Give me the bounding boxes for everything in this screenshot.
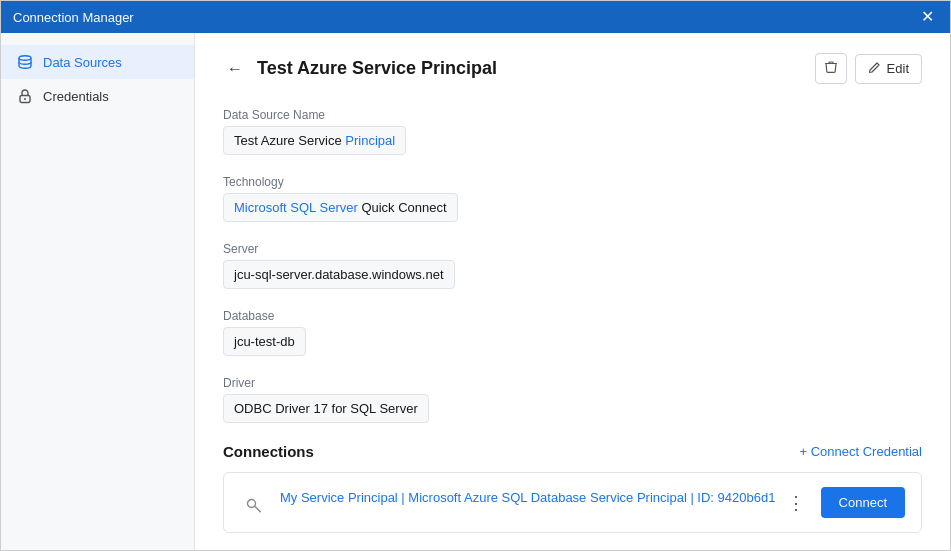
highlight-technology: Microsoft SQL Server <box>234 200 358 215</box>
field-label-technology: Technology <box>223 175 922 189</box>
connections-header: Connections + Connect Credential <box>223 443 922 460</box>
sidebar-data-sources-label: Data Sources <box>43 55 122 70</box>
edit-button[interactable]: Edit <box>855 54 922 84</box>
connections-title: Connections <box>223 443 314 460</box>
field-label-driver: Driver <box>223 376 922 390</box>
field-driver: Driver ODBC Driver 17 for SQL Server <box>223 376 922 423</box>
field-value-server: jcu-sql-server.database.windows.net <box>223 260 455 289</box>
database-icon <box>17 54 33 70</box>
edit-label: Edit <box>887 61 909 76</box>
main-header: ← Test Azure Service Principal <box>223 53 922 84</box>
connection-right: ⋮ Connect <box>781 487 905 518</box>
field-data-source-name: Data Source Name Test Azure Service Prin… <box>223 108 922 155</box>
key-icon <box>240 490 268 518</box>
close-button[interactable]: ✕ <box>917 7 938 27</box>
field-label-server: Server <box>223 242 922 256</box>
sidebar-credentials-label: Credentials <box>43 89 109 104</box>
connection-manager-window: Connection Manager ✕ Data Sources <box>0 0 951 551</box>
field-value-database: jcu-test-db <box>223 327 306 356</box>
field-value-datasource: Test Azure Service Principal <box>223 126 406 155</box>
field-technology: Technology Microsoft SQL Server Quick Co… <box>223 175 922 222</box>
field-server: Server jcu-sql-server.database.windows.n… <box>223 242 922 289</box>
delete-button[interactable] <box>815 53 847 84</box>
connect-button[interactable]: Connect <box>821 487 905 518</box>
connection-card: My Service Principal | Microsoft Azure S… <box>223 472 922 533</box>
window-title: Connection Manager <box>13 10 134 25</box>
field-value-driver: ODBC Driver 17 for SQL Server <box>223 394 429 423</box>
sidebar: Data Sources Credentials <box>1 33 195 550</box>
field-value-technology: Microsoft SQL Server Quick Connect <box>223 193 458 222</box>
sidebar-item-credentials[interactable]: Credentials <box>1 79 194 113</box>
connection-name: My Service Principal | Microsoft Azure S… <box>280 488 775 508</box>
sidebar-item-data-sources[interactable]: Data Sources <box>1 45 194 79</box>
main-content: ← Test Azure Service Principal <box>195 33 950 550</box>
connect-credential-button[interactable]: + Connect Credential <box>800 444 923 459</box>
title-row: ← Test Azure Service Principal <box>223 58 497 79</box>
pencil-icon <box>868 61 881 77</box>
field-database: Database jcu-test-db <box>223 309 922 356</box>
back-button[interactable]: ← <box>223 60 247 78</box>
svg-point-2 <box>24 98 26 100</box>
field-label-database: Database <box>223 309 922 323</box>
highlight-principal: Principal <box>345 133 395 148</box>
lock-icon <box>17 88 33 104</box>
trash-icon <box>824 60 838 77</box>
page-title: Test Azure Service Principal <box>257 58 497 79</box>
connection-left: My Service Principal | Microsoft Azure S… <box>240 488 775 518</box>
svg-point-0 <box>19 56 31 60</box>
titlebar: Connection Manager ✕ <box>1 1 950 33</box>
content-area: Data Sources Credentials ← Test <box>1 33 950 550</box>
kebab-menu-button[interactable]: ⋮ <box>781 490 811 516</box>
header-actions: Edit <box>815 53 922 84</box>
field-label-datasource: Data Source Name <box>223 108 922 122</box>
